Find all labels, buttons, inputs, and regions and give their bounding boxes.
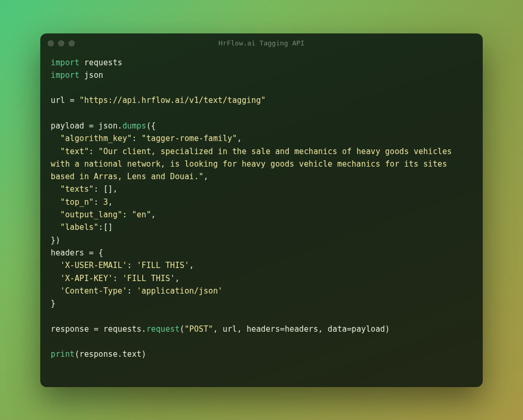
code-line: 'Content-Type': 'application/json' bbox=[51, 285, 472, 297]
code-line: 'X-API-KEY': 'FILL THIS', bbox=[51, 272, 472, 285]
string-literal: "en" bbox=[132, 210, 151, 219]
code-line bbox=[51, 335, 472, 348]
keyword: import bbox=[51, 58, 79, 67]
function-call: request bbox=[146, 324, 180, 334]
indent bbox=[51, 184, 60, 194]
punctuation: : bbox=[89, 147, 98, 156]
punctuation: } bbox=[51, 299, 55, 308]
number-literal: 3 bbox=[103, 197, 108, 207]
maximize-icon[interactable] bbox=[69, 40, 75, 46]
string-literal: 'application/json' bbox=[137, 286, 222, 296]
string-literal: "texts" bbox=[60, 184, 94, 194]
string-literal: "algorithm_key" bbox=[60, 134, 132, 143]
code-line: }) bbox=[51, 234, 472, 247]
indent bbox=[51, 261, 60, 270]
code-window: HrFlow.ai Tagging API import requests im… bbox=[40, 33, 483, 387]
indent bbox=[51, 210, 60, 219]
code-line: 'X-USER-EMAIL': 'FILL THIS', bbox=[51, 259, 472, 272]
keyword: import bbox=[51, 71, 79, 80]
function-call: dumps bbox=[122, 121, 146, 131]
window-title: HrFlow.ai Tagging API bbox=[219, 39, 304, 47]
code-line: import json bbox=[51, 69, 472, 81]
punctuation: : bbox=[122, 210, 132, 219]
punctuation: }) bbox=[51, 236, 60, 245]
code-line: headers = { bbox=[51, 247, 472, 259]
string-literal: "top_n" bbox=[60, 197, 94, 207]
titlebar: HrFlow.ai Tagging API bbox=[40, 33, 483, 53]
code-line bbox=[51, 107, 472, 120]
string-literal: "tagger-rome-family" bbox=[142, 134, 237, 143]
indent bbox=[51, 274, 60, 283]
punctuation: : bbox=[113, 274, 122, 283]
code-line bbox=[51, 310, 472, 322]
code-line: "output_lang": "en", bbox=[51, 208, 472, 221]
punctuation: ({ bbox=[146, 121, 156, 131]
string-literal: "POST" bbox=[185, 324, 213, 334]
identifier: payload = json. bbox=[51, 121, 122, 131]
code-line: "text": "Our client, specialized in the … bbox=[51, 145, 472, 183]
indent bbox=[51, 197, 60, 207]
indent bbox=[51, 223, 60, 232]
code-editor[interactable]: import requests import json url = "https… bbox=[40, 53, 483, 387]
string-literal: 'Content-Type' bbox=[60, 286, 127, 296]
punctuation: : bbox=[127, 261, 137, 270]
code-line: response = requests.request("POST", url,… bbox=[51, 323, 472, 335]
identifier: response = requests. bbox=[51, 324, 146, 334]
string-literal: "Our client, specialized in the sale and… bbox=[51, 147, 457, 182]
code-line: "top_n": 3, bbox=[51, 196, 472, 208]
punctuation: : bbox=[132, 134, 141, 143]
identifier: , url, headers=headers, data=payload) bbox=[213, 324, 390, 334]
code-line: "labels":[] bbox=[51, 221, 472, 234]
string-literal: 'FILL THIS' bbox=[122, 274, 175, 283]
code-line: } bbox=[51, 297, 472, 310]
punctuation: , bbox=[175, 274, 179, 283]
indent bbox=[51, 134, 60, 143]
punctuation: , bbox=[237, 134, 242, 143]
punctuation: : bbox=[94, 197, 103, 207]
code-line: payload = json.dumps({ bbox=[51, 120, 472, 132]
identifier: url = bbox=[51, 96, 79, 105]
string-literal: "https://api.hrflow.ai/v1/text/tagging" bbox=[79, 96, 266, 105]
punctuation: : [], bbox=[94, 184, 118, 194]
code-line: import requests bbox=[51, 56, 472, 69]
punctuation: , bbox=[203, 172, 208, 181]
code-line: "texts": [], bbox=[51, 183, 472, 195]
code-line: url = "https://api.hrflow.ai/v1/text/tag… bbox=[51, 94, 472, 107]
string-literal: 'FILL THIS' bbox=[137, 261, 189, 270]
identifier: requests bbox=[79, 58, 122, 67]
function-call: print bbox=[51, 349, 75, 359]
punctuation: :[] bbox=[98, 223, 112, 232]
code-line bbox=[51, 81, 472, 94]
punctuation: ( bbox=[180, 324, 185, 334]
punctuation: , bbox=[189, 261, 194, 270]
punctuation: : bbox=[127, 286, 137, 296]
identifier: headers = { bbox=[51, 248, 103, 258]
string-literal: "labels" bbox=[60, 223, 98, 232]
indent bbox=[51, 286, 60, 296]
traffic-lights bbox=[48, 40, 75, 46]
string-literal: "text" bbox=[60, 147, 89, 156]
close-icon[interactable] bbox=[48, 40, 54, 46]
minimize-icon[interactable] bbox=[58, 40, 64, 46]
identifier: json bbox=[79, 71, 104, 80]
code-line: print(response.text) bbox=[51, 348, 472, 360]
indent bbox=[51, 147, 60, 156]
code-line: "algorithm_key": "tagger-rome-family", bbox=[51, 132, 472, 145]
punctuation: , bbox=[151, 210, 156, 219]
string-literal: 'X-USER-EMAIL' bbox=[60, 261, 127, 270]
string-literal: 'X-API-KEY' bbox=[60, 274, 112, 283]
identifier: (response.text) bbox=[75, 349, 146, 359]
punctuation: , bbox=[108, 197, 113, 207]
string-literal: "output_lang" bbox=[60, 210, 122, 219]
